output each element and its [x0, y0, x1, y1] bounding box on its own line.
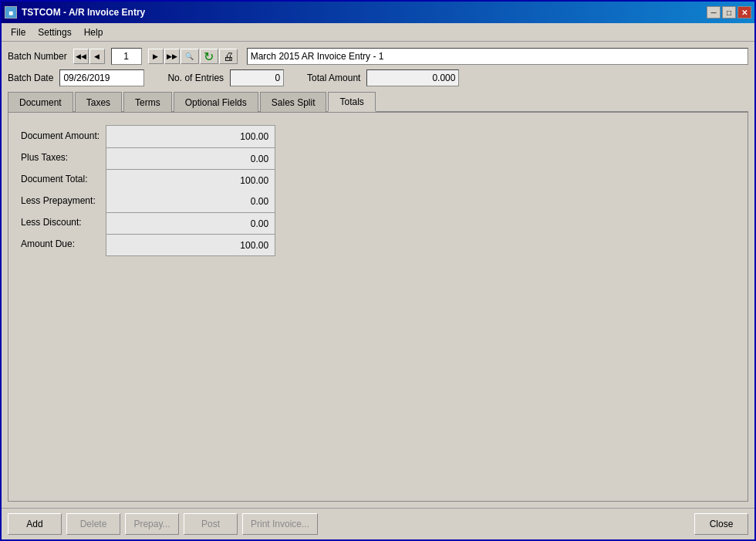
less-discount-value-row: 0.00: [106, 212, 275, 234]
window-title: TSTCOM - A/R Invoice Entry: [22, 7, 145, 18]
nav-first-button[interactable]: ◀◀: [73, 49, 89, 64]
total-amount-row: Total Amount: [307, 69, 459, 86]
add-button[interactable]: Add: [8, 513, 62, 535]
tab-content-totals: Document Amount: Plus Taxes: Document To…: [8, 113, 748, 502]
tab-sales-split[interactable]: Sales Split: [260, 92, 327, 112]
maximize-button[interactable]: □: [722, 6, 736, 19]
second-row: Batch Date No. of Entries Total Amount: [8, 69, 748, 86]
content-area: Batch Number ◀◀ ◀ ▶ ▶▶ 🔍 ↻ 🖨: [2, 42, 754, 508]
tab-totals[interactable]: Totals: [328, 92, 375, 112]
refresh-button[interactable]: ↻: [200, 49, 218, 64]
window-controls: ─ □ ✕: [707, 6, 751, 19]
less-prepayment-value: 0.00: [251, 196, 268, 207]
total-amount-input: [366, 69, 459, 86]
amount-due-label: Amount Due:: [21, 238, 75, 249]
less-prepay-label-row: Less Prepayment:: [21, 190, 100, 211]
menu-bar: File Settings Help: [2, 23, 754, 42]
tab-optional-fields[interactable]: Optional Fields: [174, 92, 258, 112]
total-amount-label: Total Amount: [307, 73, 360, 83]
top-bar: Batch Number ◀◀ ◀ ▶ ▶▶ 🔍 ↻ 🖨: [8, 48, 748, 65]
prepay-button[interactable]: Prepay...: [125, 513, 179, 535]
totals-labels: Document Amount: Plus Taxes: Document To…: [21, 125, 106, 256]
bottom-buttons-left: Add Delete Prepay... Post Print Invoice.…: [8, 513, 318, 535]
close-button[interactable]: Close: [694, 513, 748, 535]
title-bar: ■ TSTCOM - A/R Invoice Entry ─ □ ✕: [2, 2, 754, 23]
menu-file[interactable]: File: [5, 25, 32, 39]
nav-controls: ◀◀ ◀: [73, 49, 105, 64]
less-prepay-value-row: 0.00: [106, 191, 275, 212]
tab-terms[interactable]: Terms: [123, 92, 172, 112]
app-icon: ■: [5, 6, 17, 19]
tabs-bar: Document Taxes Terms Optional Fields Sal…: [8, 91, 748, 113]
plus-taxes-value: 0.00: [251, 154, 268, 164]
doc-total-value-row: 100.00: [106, 169, 275, 191]
plus-taxes-label: Plus Taxes:: [21, 152, 68, 163]
batch-description-row: [247, 48, 748, 65]
nav-controls-right: ▶ ▶▶ 🔍 ↻ 🖨: [148, 49, 238, 64]
less-discount-label: Less Discount:: [21, 217, 82, 228]
totals-values-box: 100.00 0.00 100.00 0.00 0.00: [106, 125, 275, 256]
totals-panel: Document Amount: Plus Taxes: Document To…: [21, 125, 735, 256]
menu-help[interactable]: Help: [78, 25, 110, 39]
tab-document[interactable]: Document: [8, 92, 73, 112]
less-discount-value: 0.00: [251, 218, 268, 229]
minimize-button[interactable]: ─: [707, 6, 721, 19]
main-window: ■ TSTCOM - A/R Invoice Entry ─ □ ✕ File …: [0, 0, 756, 541]
document-total-label: Document Total:: [21, 174, 88, 184]
less-prepayment-label: Less Prepayment:: [21, 195, 96, 206]
plus-taxes-label-row: Plus Taxes:: [21, 147, 100, 168]
entries-row: No. of Entries: [167, 69, 284, 86]
nav-next-button[interactable]: ▶: [148, 49, 164, 64]
delete-button[interactable]: Delete: [66, 513, 120, 535]
search-button[interactable]: 🔍: [181, 49, 199, 64]
document-amount-value: 100.00: [240, 131, 268, 142]
batch-date-label: Batch Date: [8, 73, 53, 83]
amount-due-value: 100.00: [240, 240, 268, 251]
plus-taxes-value-row: 0.00: [106, 147, 275, 169]
less-discount-label-row: Less Discount:: [21, 211, 100, 233]
nav-prev-button[interactable]: ◀: [89, 49, 105, 64]
document-total-value: 100.00: [240, 175, 268, 186]
batch-number-label: Batch Number: [8, 51, 67, 62]
batch-number-input[interactable]: [111, 48, 142, 65]
menu-settings[interactable]: Settings: [32, 25, 77, 39]
print-invoice-button[interactable]: Print Invoice...: [242, 513, 318, 535]
bottom-bar: Add Delete Prepay... Post Print Invoice.…: [2, 508, 754, 539]
post-button[interactable]: Post: [184, 513, 238, 535]
batch-date-row: Batch Date: [8, 69, 144, 86]
title-bar-left: ■ TSTCOM - A/R Invoice Entry: [5, 6, 145, 19]
doc-amount-label-row: Document Amount:: [21, 125, 100, 147]
document-amount-label: Document Amount:: [21, 130, 100, 141]
close-window-button[interactable]: ✕: [737, 6, 751, 19]
nav-last-button[interactable]: ▶▶: [164, 49, 180, 64]
amount-due-value-row: 100.00: [106, 234, 275, 255]
batch-number-row: Batch Number ◀◀ ◀ ▶ ▶▶ 🔍 ↻ 🖨: [8, 48, 238, 65]
entries-input: [230, 69, 284, 86]
doc-total-label-row: Document Total:: [21, 168, 100, 190]
doc-amount-value-row: 100.00: [106, 126, 275, 147]
entries-label: No. of Entries: [167, 73, 224, 83]
batch-description-input[interactable]: [247, 48, 748, 65]
tabs-container: Document Taxes Terms Optional Fields Sal…: [8, 91, 748, 502]
tab-taxes[interactable]: Taxes: [75, 92, 122, 112]
batch-date-input[interactable]: [59, 69, 144, 86]
print-button[interactable]: 🖨: [219, 49, 238, 64]
amount-due-label-row: Amount Due:: [21, 233, 100, 255]
